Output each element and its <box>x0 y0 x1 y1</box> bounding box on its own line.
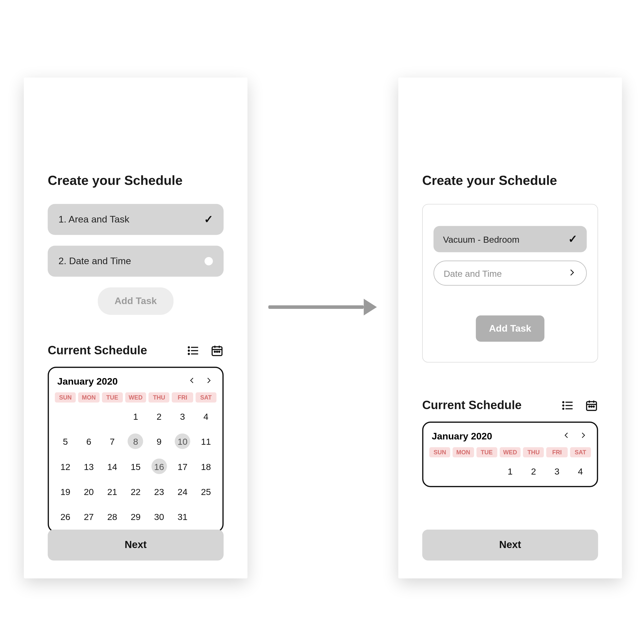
calendar-dow-label: WED <box>500 447 521 457</box>
calendar-day[interactable]: 7 <box>102 430 123 453</box>
calendar-dow-label: MON <box>453 447 474 457</box>
calendar-day[interactable]: 20 <box>78 480 99 503</box>
step-date-and-time[interactable]: 2. Date and Time <box>48 246 224 277</box>
calendar-day[interactable]: 5 <box>55 430 76 453</box>
calendar-day[interactable]: 22 <box>125 480 146 503</box>
svg-point-25 <box>593 406 594 407</box>
phone-screen-right: Create your Schedule Vacuum - Bedroom Da… <box>398 78 622 578</box>
calendar-prev-icon[interactable] <box>187 375 197 388</box>
step-label: 2. Date and Time <box>58 256 131 267</box>
check-icon <box>568 233 577 246</box>
calendar-day[interactable]: 21 <box>102 480 123 503</box>
calendar-day[interactable]: 9 <box>148 430 169 453</box>
transition-arrow-icon <box>268 298 382 316</box>
calendar-day[interactable]: 19 <box>55 480 76 503</box>
calendar-dow-label: WED <box>125 392 146 403</box>
calendar-dow-label: MON <box>78 392 99 403</box>
calendar-day[interactable]: 5 <box>429 485 450 487</box>
calendar-day[interactable]: 11 <box>195 430 216 453</box>
calendar-day[interactable]: 27 <box>78 505 99 528</box>
calendar-next-icon[interactable] <box>203 375 214 388</box>
calendar-day[interactable]: 13 <box>78 455 99 478</box>
current-schedule-title: Current Schedule <box>422 398 522 412</box>
calendar: January 2020 SUNMONTUEWEDTHUFRISAT 12345… <box>422 422 598 487</box>
calendar-day[interactable]: 10 <box>172 430 193 453</box>
calendar-day[interactable]: 1 <box>125 405 146 428</box>
svg-point-5 <box>188 353 189 354</box>
calendar-month-label: January 2020 <box>57 376 118 387</box>
calendar-day[interactable]: 3 <box>172 405 193 428</box>
step-area-and-task[interactable]: 1. Area and Task <box>48 204 224 235</box>
calendar-day[interactable]: 31 <box>172 505 193 528</box>
calendar-day[interactable]: 2 <box>148 405 169 428</box>
calendar-dow-label: FRI <box>172 392 193 403</box>
add-task-button[interactable]: Add Task <box>476 315 544 342</box>
next-button[interactable]: Next <box>422 530 598 561</box>
calendar-dow-label: SUN <box>55 392 76 403</box>
add-task-button[interactable]: Add Task <box>98 287 173 315</box>
calendar-dow-label: SUN <box>429 447 450 457</box>
calendar-day[interactable]: 24 <box>172 480 193 503</box>
calendar-day[interactable]: 1 <box>500 460 521 482</box>
svg-point-4 <box>188 350 189 351</box>
calendar-next-icon[interactable] <box>578 430 589 442</box>
calendar-dow-label: SAT <box>570 447 591 457</box>
calendar-day[interactable]: 12 <box>55 455 76 478</box>
calendar-day[interactable]: 29 <box>125 505 146 528</box>
calendar: January 2020 SUNMONTUEWEDTHUFRISAT 12345… <box>48 367 224 532</box>
calendar-view-icon[interactable] <box>210 344 224 357</box>
calendar-day[interactable]: 30 <box>148 505 169 528</box>
selected-task-pill[interactable]: Vacuum - Bedroom <box>434 226 587 252</box>
svg-point-12 <box>219 351 220 352</box>
svg-point-24 <box>591 406 592 407</box>
calendar-day[interactable]: 16 <box>148 455 169 478</box>
calendar-day[interactable]: 4 <box>570 460 591 482</box>
svg-point-23 <box>589 406 590 407</box>
calendar-dow-label: THU <box>148 392 169 403</box>
calendar-day[interactable]: 3 <box>547 460 567 482</box>
phone-screen-left: Create your Schedule 1. Area and Task 2.… <box>24 78 247 578</box>
calendar-day[interactable]: 8 <box>125 430 146 453</box>
calendar-day[interactable]: 18 <box>195 455 216 478</box>
selected-task-label: Vacuum - Bedroom <box>443 234 519 244</box>
current-schedule-title: Current Schedule <box>48 343 147 357</box>
check-icon <box>204 213 213 226</box>
calendar-day[interactable]: 25 <box>195 480 216 503</box>
page-title: Create your Schedule <box>422 173 598 188</box>
calendar-dow-label: SAT <box>195 392 216 403</box>
next-button[interactable]: Next <box>48 530 224 561</box>
chevron-right-icon <box>567 267 577 279</box>
current-step-dot-icon <box>205 257 213 265</box>
calendar-day[interactable]: 23 <box>148 480 169 503</box>
svg-point-17 <box>563 405 564 406</box>
calendar-day[interactable]: 15 <box>125 455 146 478</box>
step-label: 1. Area and Task <box>58 214 129 225</box>
calendar-month-label: January 2020 <box>432 431 492 442</box>
calendar-day[interactable]: 17 <box>172 455 193 478</box>
svg-point-3 <box>188 346 189 348</box>
calendar-view-icon[interactable] <box>585 399 598 412</box>
calendar-day[interactable]: 28 <box>102 505 123 528</box>
calendar-day[interactable]: 2 <box>523 460 544 482</box>
list-view-icon[interactable] <box>187 344 200 357</box>
list-view-icon[interactable] <box>561 399 574 412</box>
calendar-day[interactable]: 6 <box>78 430 99 453</box>
svg-point-18 <box>563 408 564 409</box>
calendar-dow-label: TUE <box>102 392 123 403</box>
calendar-day[interactable]: 26 <box>55 505 76 528</box>
task-config-card: Vacuum - Bedroom Date and Time Add Task <box>422 204 598 363</box>
date-time-placeholder: Date and Time <box>444 268 502 278</box>
page-title: Create your Schedule <box>48 173 224 188</box>
date-time-input[interactable]: Date and Time <box>434 261 587 286</box>
calendar-day[interactable]: 6 <box>453 485 474 487</box>
calendar-day[interactable]: 14 <box>102 455 123 478</box>
svg-point-10 <box>214 351 215 352</box>
svg-point-16 <box>563 401 564 402</box>
calendar-dow-label: TUE <box>476 447 497 457</box>
calendar-dow-label: THU <box>523 447 544 457</box>
svg-point-11 <box>216 351 217 352</box>
calendar-day[interactable]: 4 <box>195 405 216 428</box>
calendar-prev-icon[interactable] <box>561 430 572 442</box>
calendar-dow-label: FRI <box>547 447 567 457</box>
